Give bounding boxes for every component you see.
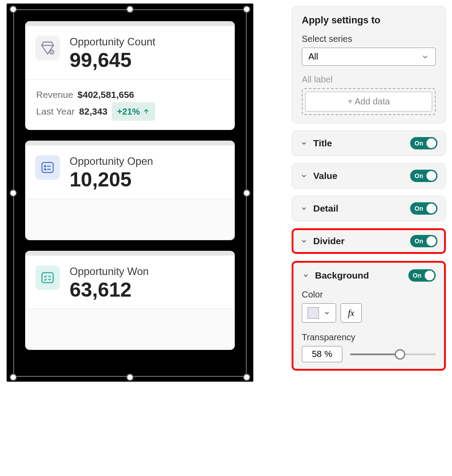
section-label: Detail [313, 203, 405, 214]
all-label-label: All label [302, 74, 436, 85]
toggle-background[interactable]: On [408, 269, 436, 282]
card-accent-bar [26, 22, 234, 26]
transparency-value: 58 [312, 349, 322, 359]
toggle-state: On [413, 272, 421, 279]
card-value: 10,205 [70, 168, 153, 191]
toggle-knob [426, 236, 436, 246]
section-title[interactable]: Title On [292, 130, 446, 156]
section-label: Divider [313, 236, 405, 246]
toggle-state: On [415, 238, 423, 245]
toggle-state: On [415, 140, 423, 147]
delta-value: +21% [117, 104, 140, 119]
resize-handle-middle-right[interactable] [243, 190, 250, 197]
chevron-down-icon [300, 237, 308, 245]
apply-settings-card: Apply settings to Select series All All … [292, 6, 446, 123]
resize-handle-bottom-right[interactable] [243, 374, 250, 381]
visual-canvas: Opportunity Count 99,645 Revenue $402,58… [7, 4, 253, 382]
toggle-detail[interactable]: On [410, 202, 437, 215]
toggle-knob [425, 271, 434, 280]
detail-value: $402,581,656 [78, 87, 134, 103]
delta-badge: +21% [112, 102, 155, 121]
card-accent-bar [26, 141, 234, 145]
transparency-label: Transparency [302, 332, 436, 342]
chevron-down-icon [323, 309, 330, 316]
add-data-button[interactable]: + Add data [305, 92, 432, 112]
color-picker[interactable] [302, 303, 336, 323]
chevron-down-icon [300, 172, 308, 180]
toggle-value[interactable]: On [410, 170, 437, 182]
toggle-state: On [415, 172, 423, 179]
svg-rect-6 [42, 273, 53, 283]
detail-label: Last Year [36, 104, 75, 119]
list-icon [35, 155, 60, 180]
resize-handle-bottom-center[interactable] [126, 374, 133, 381]
section-divider[interactable]: Divider On [292, 228, 446, 254]
chevron-down-icon [300, 139, 308, 147]
fx-button[interactable]: fx [341, 303, 362, 323]
card-title: Opportunity Won [70, 265, 149, 278]
toggle-knob [426, 171, 436, 181]
section-label: Value [313, 171, 405, 181]
select-series-label: Select series [302, 34, 436, 44]
kpi-card-opportunity-count[interactable]: Opportunity Count 99,645 Revenue $402,58… [25, 21, 235, 130]
resize-handle-top-left[interactable] [10, 6, 17, 13]
card-detail-empty [26, 199, 234, 240]
transparency-slider[interactable] [350, 349, 436, 360]
section-label: Background [315, 270, 403, 281]
detail-value: 82,343 [79, 104, 107, 119]
toggle-divider[interactable]: On [410, 235, 437, 247]
detail-label: Revenue [36, 87, 73, 103]
kpi-card-opportunity-won[interactable]: Opportunity Won 63,612 [25, 251, 235, 350]
apply-settings-heading: Apply settings to [302, 15, 436, 26]
toggle-knob [426, 138, 436, 148]
transparency-unit: % [324, 349, 332, 359]
card-detail: Revenue $402,581,656 Last Year 82,343 +2… [26, 80, 234, 130]
section-label: Title [313, 138, 405, 149]
color-label: Color [302, 290, 436, 300]
chevron-down-icon[interactable] [302, 271, 310, 279]
toggle-title[interactable]: On [410, 137, 437, 149]
add-data-dropzone[interactable]: + Add data [302, 88, 436, 115]
section-value[interactable]: Value On [292, 163, 446, 189]
card-detail-empty [26, 309, 234, 350]
fx-label: fx [348, 308, 354, 318]
diamond-icon [35, 36, 60, 60]
format-panel: Apply settings to Select series All All … [292, 6, 446, 371]
chevron-down-icon [421, 53, 429, 61]
select-series-value: All [308, 52, 318, 62]
svg-rect-1 [42, 163, 53, 173]
checklist-icon [35, 265, 60, 290]
color-swatch [308, 307, 319, 319]
resize-handle-top-right[interactable] [243, 6, 250, 13]
svg-point-2 [44, 166, 46, 167]
card-value: 63,612 [70, 279, 149, 301]
arrow-up-icon [143, 108, 150, 115]
svg-point-4 [44, 169, 46, 170]
slider-thumb[interactable] [395, 349, 405, 360]
section-detail[interactable]: Detail On [292, 196, 446, 221]
select-series-dropdown[interactable]: All [302, 48, 436, 66]
section-background: Background On Color fx Transparency 58 % [292, 261, 446, 371]
cards-container: Opportunity Count 99,645 Revenue $402,58… [25, 21, 235, 350]
card-accent-bar [26, 251, 234, 256]
toggle-state: On [415, 205, 423, 212]
kpi-card-opportunity-open[interactable]: Opportunity Open 10,205 [25, 141, 235, 240]
resize-handle-middle-left[interactable] [10, 190, 17, 197]
toggle-knob [426, 204, 436, 213]
resize-handle-bottom-left[interactable] [10, 374, 17, 381]
resize-handle-top-center[interactable] [126, 6, 133, 13]
card-value: 99,645 [70, 49, 156, 71]
card-title: Opportunity Count [70, 36, 156, 48]
chevron-down-icon [300, 205, 308, 212]
transparency-input[interactable]: 58 % [302, 346, 342, 362]
card-title: Opportunity Open [70, 155, 153, 167]
slider-track-inactive [400, 353, 436, 355]
